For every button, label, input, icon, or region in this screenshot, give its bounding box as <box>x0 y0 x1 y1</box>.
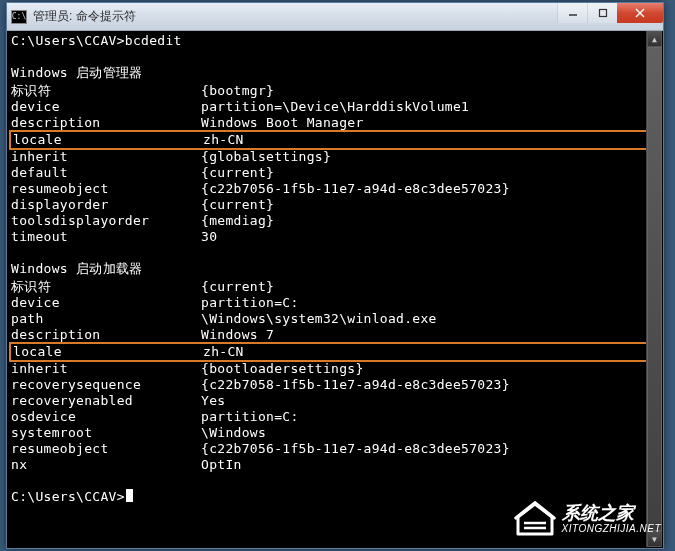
app-icon: C:\ <box>11 10 27 24</box>
bcd-row: systemroot\Windows <box>11 425 659 441</box>
bcd-row: displayorder{current} <box>11 197 659 213</box>
watermark: 系统之家 XITONGZHIJIA.NET <box>514 501 662 537</box>
bcd-row-locale: localezh-CN <box>11 344 659 360</box>
terminal-output[interactable]: C:\Users\CCAV>bcdedit Windows 启动管理器 ----… <box>7 31 663 548</box>
bcd-row: inherit{bootloadersettings} <box>11 361 659 377</box>
bcd-row: devicepartition=\Device\HarddiskVolume1 <box>11 99 659 115</box>
section-boot-loader: Windows 启动加载器 ------------------- 标识符{cu… <box>11 261 659 473</box>
bcd-row: osdevicepartition=C: <box>11 409 659 425</box>
bcd-row: inherit{globalsettings} <box>11 149 659 165</box>
bcd-row: resumeobject{c22b7056-1f5b-11e7-a94d-e8c… <box>11 441 659 457</box>
bcd-row: path\Windows\system32\winload.exe <box>11 311 659 327</box>
section-boot-manager: Windows 启动管理器 -------------------- 标识符{b… <box>11 65 659 245</box>
bcd-row: default{current} <box>11 165 659 181</box>
house-icon <box>514 501 556 537</box>
highlight-locale-2: localezh-CN <box>9 342 661 362</box>
cursor-icon <box>126 489 133 502</box>
svg-rect-1 <box>599 10 606 17</box>
bcd-row: descriptionWindows Boot Manager <box>11 115 659 131</box>
bcd-row: recoverysequence{c22b7058-1f5b-11e7-a94d… <box>11 377 659 393</box>
watermark-url: XITONGZHIJIA.NET <box>562 523 662 534</box>
bcd-row: devicepartition=C: <box>11 295 659 311</box>
bcd-row: timeout30 <box>11 229 659 245</box>
minimize-button[interactable] <box>557 3 587 23</box>
highlight-locale-1: localezh-CN <box>9 130 661 150</box>
watermark-title: 系统之家 <box>562 504 662 524</box>
bcd-row: toolsdisplayorder{memdiag} <box>11 213 659 229</box>
scroll-thumb[interactable] <box>647 47 662 531</box>
scroll-up-button[interactable]: ▲ <box>647 31 662 47</box>
close-button[interactable] <box>617 3 663 23</box>
bcd-row-locale: localezh-CN <box>11 132 659 148</box>
window-controls <box>557 3 663 23</box>
vertical-scrollbar[interactable]: ▲ ▼ <box>646 31 662 547</box>
bcd-row: recoveryenabledYes <box>11 393 659 409</box>
bcd-row: nxOptIn <box>11 457 659 473</box>
maximize-button[interactable] <box>587 3 617 23</box>
titlebar[interactable]: C:\ 管理员: 命令提示符 <box>7 3 663 31</box>
command-prompt-window: C:\ 管理员: 命令提示符 C:\Users\CCAV>bcdedit Win… <box>6 2 664 549</box>
bcd-row: resumeobject{c22b7056-1f5b-11e7-a94d-e8c… <box>11 181 659 197</box>
window-title: 管理员: 命令提示符 <box>33 8 136 25</box>
prompt-line: C:\Users\CCAV>bcdedit <box>11 33 659 49</box>
scroll-track[interactable] <box>647 47 662 531</box>
section-title: Windows 启动加载器 <box>11 261 659 277</box>
bcd-row: descriptionWindows 7 <box>11 327 659 343</box>
section-title: Windows 启动管理器 <box>11 65 659 81</box>
